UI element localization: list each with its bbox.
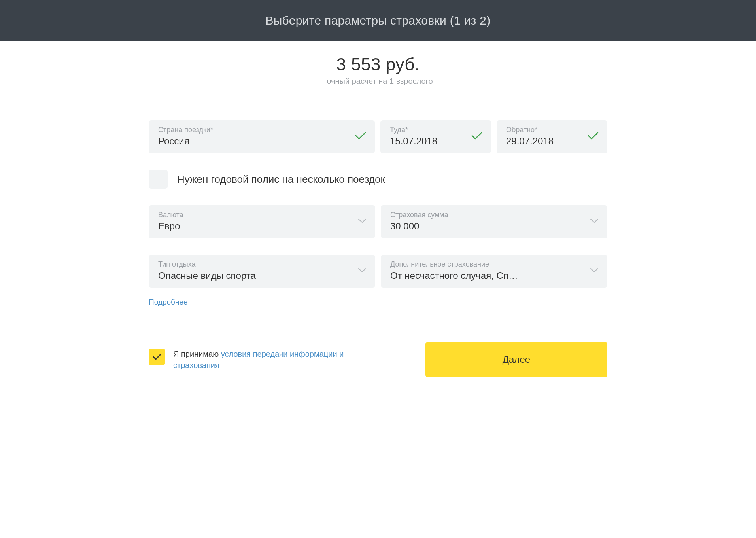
currency-field[interactable]: Валюта Евро (149, 205, 375, 238)
check-icon (355, 131, 366, 142)
additional-label: Дополнительное страхование (390, 260, 584, 269)
additional-field[interactable]: Дополнительное страхование От несчастног… (381, 255, 607, 288)
footer-row: Я принимаю условия передачи информации и… (149, 326, 607, 393)
price-amount: 3 553 руб. (0, 55, 756, 74)
sum-label: Страховая сумма (390, 211, 584, 219)
date-to-value: 29.07.2018 (506, 136, 582, 147)
sum-value: 30 000 (390, 221, 584, 232)
form: Страна поездки* Россия Туда* 15.07.2018 … (149, 98, 607, 307)
additional-value: От несчастного случая, Сп… (390, 270, 584, 281)
accept-box: Я принимаю условия передачи информации и… (149, 349, 416, 371)
currency-label: Валюта (158, 211, 352, 219)
details-link[interactable]: Подробнее (149, 298, 188, 307)
page-title: Выберите параметры страховки (1 из 2) (265, 14, 490, 27)
rest-type-label: Тип отдыха (158, 260, 352, 269)
yearly-policy-checkbox[interactable] (149, 170, 168, 189)
chevron-down-icon (358, 267, 367, 275)
country-label: Страна поездки* (158, 126, 350, 134)
rest-type-value: Опасные виды спорта (158, 270, 352, 281)
chevron-down-icon (590, 267, 599, 275)
rest-type-field[interactable]: Тип отдыха Опасные виды спорта (149, 255, 375, 288)
check-icon (588, 131, 599, 142)
sum-field[interactable]: Страховая сумма 30 000 (381, 205, 607, 238)
price-subtitle: точный расчет на 1 взрослого (0, 77, 756, 86)
date-to-label: Обратно* (506, 126, 582, 134)
header-bar: Выберите параметры страховки (1 из 2) (0, 0, 756, 41)
date-to-field[interactable]: Обратно* 29.07.2018 (497, 120, 607, 153)
yearly-policy-row: Нужен годовой полис на несколько поездок (149, 159, 607, 205)
check-icon (471, 131, 482, 142)
currency-value: Евро (158, 221, 352, 232)
next-button[interactable]: Далее (425, 342, 607, 377)
check-icon (153, 353, 161, 360)
country-value: Россия (158, 136, 350, 147)
chevron-down-icon (358, 218, 367, 225)
country-field[interactable]: Страна поездки* Россия (149, 120, 375, 153)
accept-text: Я принимаю условия передачи информации и… (173, 349, 355, 371)
date-from-field[interactable]: Туда* 15.07.2018 (380, 120, 491, 153)
chevron-down-icon (590, 218, 599, 225)
accept-prefix: Я принимаю (173, 350, 221, 358)
date-from-label: Туда* (390, 126, 466, 134)
date-from-value: 15.07.2018 (390, 136, 466, 147)
yearly-policy-label: Нужен годовой полис на несколько поездок (177, 173, 385, 186)
accept-checkbox[interactable] (149, 349, 165, 365)
price-section: 3 553 руб. точный расчет на 1 взрослого (0, 41, 756, 98)
